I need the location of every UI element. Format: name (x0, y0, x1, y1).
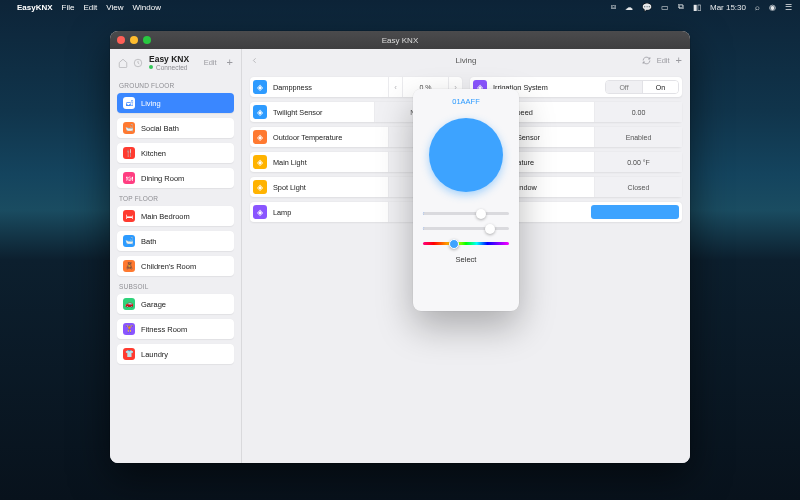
device-label: Outdoor Temperature (273, 133, 388, 142)
sidebar-room-kitchen[interactable]: 🍴Kitchen (117, 143, 234, 163)
segment-on[interactable]: On (642, 81, 678, 93)
room-label: Kitchen (141, 149, 166, 158)
home-icon[interactable] (118, 58, 128, 68)
color-hex-value: 01AAFF (452, 97, 480, 106)
device-label: Damppness (273, 83, 388, 92)
battery-icon[interactable]: ▮▯ (693, 3, 701, 12)
sidebar-section-label: TOP FLOOR (110, 188, 241, 206)
step-down-button[interactable]: ‹ (388, 77, 402, 97)
clock-icon[interactable] (133, 58, 143, 68)
sidebar-room-laundry[interactable]: 👕Laundry (117, 344, 234, 364)
fitness-icon: 🏋 (123, 323, 135, 335)
app-menu[interactable]: EasyKNX (17, 3, 53, 12)
device-value: Closed (594, 177, 682, 197)
connection-status: Connected (149, 64, 198, 71)
device-icon: ◈ (253, 155, 267, 169)
device-label: Lamp (273, 208, 388, 217)
brightness-slider[interactable] (423, 212, 509, 215)
device-icon: ◈ (253, 180, 267, 194)
room-label: Living (141, 99, 161, 108)
control-center-icon[interactable]: ☰ (785, 3, 792, 12)
sidebar-room-fitness-room[interactable]: 🏋Fitness Room (117, 319, 234, 339)
sidebar-add-button[interactable]: + (227, 57, 233, 68)
color-picker-popover: 01AAFF Select (413, 89, 519, 311)
dining-icon: 🍽 (123, 172, 135, 184)
display-icon[interactable]: ▭ (661, 3, 669, 12)
room-label: Bath (141, 237, 156, 246)
bath-icon: 🛁 (123, 122, 135, 134)
device-value: 0.00 °F (594, 152, 682, 172)
device-label: Spot Light (273, 183, 388, 192)
laundry-icon: 👕 (123, 348, 135, 360)
sidebar-room-main-bedroom[interactable]: 🛏Main Bedroom (117, 206, 234, 226)
bed-icon: 🛏 (123, 210, 135, 222)
menu-view[interactable]: View (106, 3, 123, 12)
sidebar-room-social-bath[interactable]: 🛁Social Bath (117, 118, 234, 138)
room-label: Fitness Room (141, 325, 187, 334)
hue-slider[interactable] (423, 242, 509, 245)
sidebar-edit-button[interactable]: Edit (204, 58, 217, 67)
siri-icon[interactable]: ◉ (769, 3, 776, 12)
room-label: Main Bedroom (141, 212, 190, 221)
car-icon: 🚗 (123, 298, 135, 310)
toy-icon: 🧸 (123, 260, 135, 272)
saturation-slider[interactable] (423, 227, 509, 230)
window-title: Easy KNX (110, 36, 690, 45)
sofa-icon: 🛋 (123, 97, 135, 109)
color-swatch[interactable] (591, 205, 679, 219)
sidebar-room-dining-room[interactable]: 🍽Dining Room (117, 168, 234, 188)
chat-icon[interactable]: 💬 (642, 3, 652, 12)
device-icon: ◈ (253, 105, 267, 119)
segmented-control[interactable]: OffOn (605, 80, 679, 94)
sidebar-title: Easy KNX (149, 54, 198, 64)
wifi-icon[interactable]: ⧉ (678, 2, 684, 12)
sidebar-room-garage[interactable]: 🚗Garage (117, 294, 234, 314)
menu-window[interactable]: Window (132, 3, 160, 12)
menu-edit[interactable]: Edit (83, 3, 97, 12)
device-value: 0.00 (594, 102, 682, 122)
device-label: Main Light (273, 158, 388, 167)
clock[interactable]: Mar 15:30 (710, 3, 746, 12)
segment-off[interactable]: Off (606, 81, 642, 93)
device-icon: ◈ (253, 130, 267, 144)
color-preview-circle[interactable] (429, 118, 503, 192)
room-label: Garage (141, 300, 166, 309)
app-window: Easy KNX Easy KNX Connected Edit + GROUN… (110, 31, 690, 463)
device-value: Enabled (594, 127, 682, 147)
room-label: Dining Room (141, 174, 184, 183)
sidebar-room-living[interactable]: 🛋Living (117, 93, 234, 113)
main-panel: Living Edit + ◈Damppness‹0 %›◈Twilight S… (242, 49, 690, 463)
main-title: Living (242, 56, 690, 65)
spotlight-icon[interactable]: ⌕ (755, 3, 760, 12)
sidebar-section-label: SUBSOIL (110, 276, 241, 294)
sidebar-room-bath[interactable]: 🛁Bath (117, 231, 234, 251)
cloud-icon[interactable]: ☁ (625, 3, 633, 12)
device-icon: ◈ (253, 205, 267, 219)
select-color-button[interactable]: Select (456, 255, 477, 264)
device-label: Twilight Sensor (273, 108, 374, 117)
sidebar-section-label: GROUND FLOOR (110, 75, 241, 93)
sidebar: Easy KNX Connected Edit + GROUND FLOOR🛋L… (110, 49, 242, 463)
window-titlebar[interactable]: Easy KNX (110, 31, 690, 49)
room-label: Children's Room (141, 262, 196, 271)
room-label: Laundry (141, 350, 168, 359)
bath-icon: 🛁 (123, 235, 135, 247)
room-label: Social Bath (141, 124, 179, 133)
sidebar-room-children-s-room[interactable]: 🧸Children's Room (117, 256, 234, 276)
device-icon: ◈ (253, 80, 267, 94)
macos-menubar: EasyKNX File Edit View Window ⧈ ☁ 💬 ▭ ⧉ … (0, 0, 800, 14)
menu-file[interactable]: File (62, 3, 75, 12)
kitchen-icon: 🍴 (123, 147, 135, 159)
dropbox-icon[interactable]: ⧈ (611, 2, 616, 12)
